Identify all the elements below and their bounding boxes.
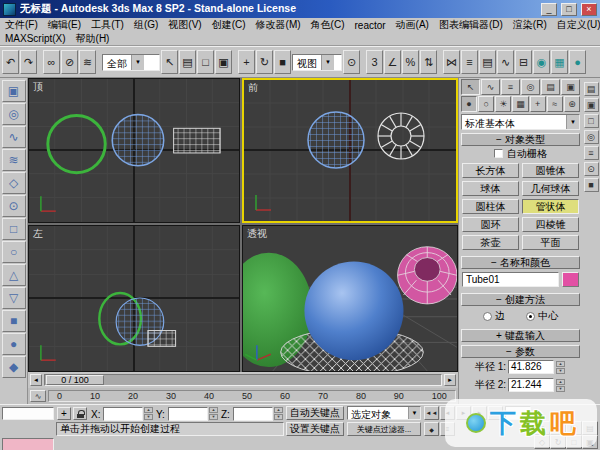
- category-shapes-icon[interactable]: ○: [478, 96, 494, 112]
- category-helpers-icon[interactable]: +: [530, 96, 546, 112]
- rect-selection-region-icon[interactable]: □: [197, 50, 214, 74]
- window-crossing-icon[interactable]: ▣: [215, 50, 232, 74]
- menu-group[interactable]: 组(G): [129, 18, 163, 32]
- menu-modifiers[interactable]: 修改器(M): [251, 18, 306, 32]
- tab-display[interactable]: ▤: [541, 79, 560, 95]
- spinner-up-icon[interactable]: ▲: [144, 407, 153, 413]
- menu-help[interactable]: 帮助(H): [71, 32, 115, 46]
- object-type-geosphere[interactable]: 几何球体: [522, 181, 579, 196]
- material-editor-icon[interactable]: ◉: [533, 50, 550, 74]
- set-key-button[interactable]: 设置关键点: [286, 422, 344, 436]
- tab-modify[interactable]: ∿: [481, 79, 500, 95]
- minimize-button[interactable]: _: [541, 3, 557, 16]
- render-scene-icon[interactable]: ▦: [551, 50, 568, 74]
- docked-icon-7[interactable]: ■: [584, 178, 599, 192]
- auto-key-button[interactable]: 自动关键点: [286, 406, 344, 420]
- radius2-field[interactable]: 21.244: [508, 378, 554, 392]
- rollout-keyboard-entry[interactable]: + 键盘输入: [461, 329, 580, 342]
- reactor-icon-6[interactable]: ⊙: [2, 195, 26, 217]
- unlink-selection-icon[interactable]: ⊘: [61, 50, 78, 74]
- category-geometry-icon[interactable]: ●: [461, 96, 477, 112]
- time-slider-track[interactable]: 0 / 100: [44, 374, 442, 386]
- spinner-down-icon[interactable]: ▼: [144, 414, 153, 420]
- object-type-sphere[interactable]: 球体: [462, 181, 519, 196]
- reactor-icon-4[interactable]: ≋: [2, 149, 26, 171]
- docked-icon-4[interactable]: ◎: [584, 130, 599, 144]
- percent-snap-icon[interactable]: %: [402, 50, 419, 74]
- object-type-plane[interactable]: 平面: [522, 235, 579, 250]
- object-type-teapot[interactable]: 茶壶: [462, 235, 519, 250]
- menu-edit[interactable]: 编辑(E): [43, 18, 86, 32]
- object-type-pyramid[interactable]: 四棱锥: [522, 217, 579, 232]
- transform-typein-toggle[interactable]: +: [57, 407, 71, 420]
- use-pivot-center-icon[interactable]: ⊙: [343, 50, 360, 74]
- docked-icon-1[interactable]: ▤: [584, 82, 599, 96]
- spinner-up-icon[interactable]: ▲: [556, 361, 565, 367]
- viewport-perspective[interactable]: 透视: [242, 225, 458, 372]
- reactor-icon-10[interactable]: ▽: [2, 287, 26, 309]
- viewport-front-label[interactable]: 前: [248, 81, 258, 95]
- spinner-down-icon[interactable]: ▼: [556, 368, 565, 374]
- y-coordinate-field[interactable]: [168, 407, 208, 421]
- next-frame-arrow[interactable]: ►: [444, 374, 456, 386]
- quick-render-icon[interactable]: ●: [569, 50, 586, 74]
- radius2-spinner[interactable]: ▲ ▼: [556, 379, 565, 392]
- category-systems-icon[interactable]: ⊛: [564, 96, 580, 112]
- schematic-view-icon[interactable]: ⊟: [515, 50, 532, 74]
- category-lights-icon[interactable]: ☀: [495, 96, 511, 112]
- creation-method-edge[interactable]: 边: [483, 309, 505, 323]
- z-coordinate-field[interactable]: [233, 407, 273, 421]
- key-mode-toggle[interactable]: ◆: [424, 422, 439, 436]
- reactor-icon-12[interactable]: ●: [2, 333, 26, 355]
- category-cameras-icon[interactable]: ▦: [512, 96, 528, 112]
- menu-reactor[interactable]: reactor: [349, 20, 390, 31]
- reactor-icon-5[interactable]: ◇: [2, 172, 26, 194]
- menu-file[interactable]: 文件(F): [0, 18, 43, 32]
- menu-graph-editors[interactable]: 图表编辑器(D): [434, 18, 508, 32]
- viewport-top[interactable]: 顶: [28, 78, 240, 223]
- go-to-start-button[interactable]: ◄◄: [424, 406, 439, 420]
- reactor-icon-11[interactable]: ■: [2, 310, 26, 332]
- select-and-rotate-icon[interactable]: ↻: [256, 50, 273, 74]
- rollout-creation-method[interactable]: − 创建方法: [461, 293, 580, 306]
- tab-create[interactable]: ↖: [461, 79, 480, 95]
- object-color-swatch[interactable]: [562, 272, 579, 287]
- object-category-dropdown[interactable]: 标准基本体 ▼: [461, 114, 580, 130]
- spinner-down-icon[interactable]: ▼: [556, 386, 565, 392]
- object-type-cone[interactable]: 圆锥体: [522, 163, 579, 178]
- object-type-tube[interactable]: 管状体: [522, 199, 579, 214]
- close-button[interactable]: ×: [581, 3, 597, 16]
- select-and-link-icon[interactable]: ∞: [43, 50, 60, 74]
- menu-animation[interactable]: 动画(A): [391, 18, 434, 32]
- object-type-box[interactable]: 长方体: [462, 163, 519, 178]
- menu-tools[interactable]: 工具(T): [86, 18, 129, 32]
- align-icon[interactable]: ≡: [461, 50, 478, 74]
- y-spinner[interactable]: ▲ ▼: [209, 407, 218, 420]
- tab-hierarchy[interactable]: ≡: [501, 79, 520, 95]
- macro-recorder-pane[interactable]: [2, 438, 54, 450]
- select-by-name-icon[interactable]: ▤: [179, 50, 196, 74]
- reference-coordsys-dropdown[interactable]: 视图 ▼: [292, 54, 342, 71]
- select-and-move-icon[interactable]: +: [238, 50, 255, 74]
- spinner-up-icon[interactable]: ▲: [274, 407, 283, 413]
- select-object-icon[interactable]: ↖: [161, 50, 178, 74]
- track-bar-ruler[interactable]: 0 10 20 30 40 50 60 70 80 90 100: [48, 390, 456, 402]
- layer-manager-icon[interactable]: ▤: [479, 50, 496, 74]
- rollout-parameters[interactable]: − 参数: [461, 345, 580, 358]
- spinner-up-icon[interactable]: ▲: [209, 407, 218, 413]
- snap-toggle-3d-icon[interactable]: 3: [366, 50, 383, 74]
- radius1-spinner[interactable]: ▲ ▼: [556, 361, 565, 374]
- undo-icon[interactable]: ↶: [2, 50, 19, 74]
- x-coordinate-field[interactable]: [103, 407, 143, 421]
- reactor-icon-7[interactable]: □: [2, 218, 26, 240]
- menu-maxscript[interactable]: MAXScript(X): [0, 33, 71, 44]
- spinner-down-icon[interactable]: ▼: [209, 414, 218, 420]
- mini-curve-editor-button[interactable]: ∿: [30, 390, 46, 402]
- reactor-icon-13[interactable]: ◆: [2, 356, 26, 378]
- docked-icon-6[interactable]: ⊙: [584, 162, 599, 176]
- reactor-icon-1[interactable]: ▣: [2, 80, 26, 102]
- z-spinner[interactable]: ▲ ▼: [274, 407, 283, 420]
- menu-customize[interactable]: 自定义(U): [552, 18, 600, 32]
- docked-icon-2[interactable]: ▣: [584, 98, 599, 112]
- category-spacewarps-icon[interactable]: ≈: [547, 96, 563, 112]
